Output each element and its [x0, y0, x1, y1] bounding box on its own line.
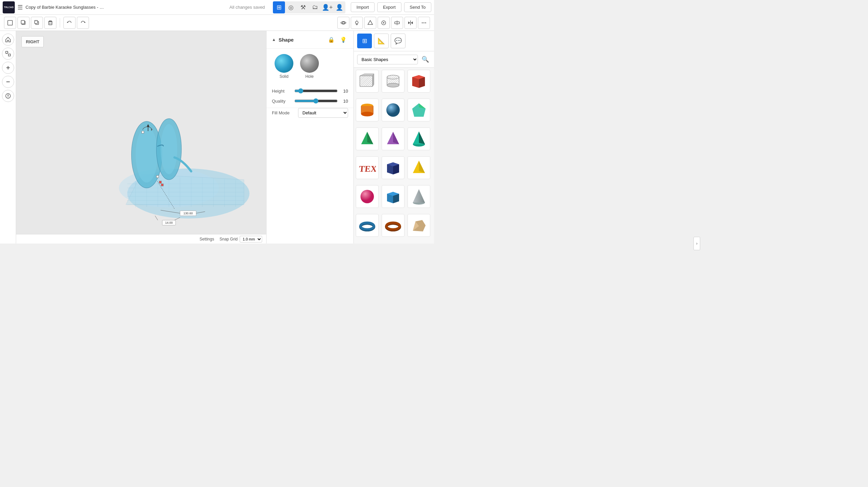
- topbar: TIN,CAD ☰ Copy of Barbie Karaoke Sunglas…: [0, 0, 434, 15]
- svg-marker-21: [411, 22, 413, 24]
- height-slider[interactable]: [294, 88, 338, 94]
- svg-marker-77: [373, 74, 374, 87]
- shape-item-shape-teal[interactable]: [407, 99, 430, 122]
- shape-item-sphere-pink[interactable]: [356, 185, 379, 208]
- svg-rect-58: [142, 131, 144, 133]
- library-search-row: Basic Shapes Featured Community 🔍: [354, 51, 434, 68]
- svg-marker-105: [419, 161, 425, 173]
- shape-item-pyramid-yellow[interactable]: [407, 156, 430, 179]
- measure-tool-btn[interactable]: [378, 17, 390, 29]
- solid-shape-option[interactable]: Solid: [275, 54, 293, 79]
- height-row: Height 10: [272, 88, 348, 94]
- duplicate-button[interactable]: [31, 17, 43, 29]
- svg-marker-14: [368, 21, 373, 25]
- shapes-grid: TEXT: [354, 68, 434, 244]
- shape-item-box-red[interactable]: [407, 70, 430, 93]
- svg-marker-33: [7, 94, 9, 96]
- add-user-btn[interactable]: 👤+: [321, 1, 333, 13]
- build-btn[interactable]: ⚒: [297, 1, 309, 13]
- toolbar-separator-1: [60, 18, 60, 28]
- shape-item-sphere-blue[interactable]: [382, 99, 404, 122]
- shape-item-pyramid-green[interactable]: [356, 127, 379, 150]
- svg-text:14.00: 14.00: [165, 221, 173, 224]
- svg-text:TEXT: TEXT: [359, 164, 376, 174]
- shape-item-cylinder-orange[interactable]: [356, 99, 379, 122]
- shape-item-cone-teal[interactable]: [407, 127, 430, 150]
- svg-point-57: [160, 124, 177, 174]
- orbit-view-btn[interactable]: ◎: [285, 1, 297, 13]
- fill-mode-label: Fill Mode: [272, 110, 296, 116]
- home-btn[interactable]: [2, 34, 14, 45]
- shape-item-cylinder-gray[interactable]: [382, 70, 404, 93]
- profile-btn[interactable]: 👤: [333, 1, 345, 13]
- height-label: Height: [272, 89, 292, 94]
- svg-marker-20: [408, 22, 410, 24]
- shape-panel: ▲ Shape 🔒 💡 Solid Hole Height 10 Quality: [266, 31, 353, 244]
- export-button[interactable]: Export: [377, 2, 401, 12]
- shape-item-box-gray[interactable]: [356, 70, 379, 93]
- fit-view-btn[interactable]: [2, 47, 14, 60]
- copy-button[interactable]: [18, 17, 30, 29]
- svg-point-55: [135, 127, 158, 183]
- library-search-button[interactable]: 🔍: [420, 54, 431, 65]
- library-ruler-btn[interactable]: 📐: [374, 34, 389, 48]
- svg-rect-61: [161, 184, 163, 186]
- library-category-select[interactable]: Basic Shapes Featured Community: [357, 55, 418, 64]
- zoom-in-btn[interactable]: [2, 62, 14, 74]
- svg-marker-10: [85, 22, 86, 23]
- svg-rect-0: [8, 21, 12, 25]
- shape-item-pyramid-purple[interactable]: [382, 127, 404, 150]
- snap-grid-label: Snap Grid: [219, 237, 238, 241]
- app-title: Copy of Barbie Karaoke Sunglasses - …: [26, 5, 227, 10]
- zoom-out-btn[interactable]: [2, 76, 14, 88]
- action-buttons-group: Import Export Send To: [351, 2, 431, 12]
- delete-button[interactable]: [44, 17, 56, 29]
- more-tools-btn[interactable]: [418, 17, 430, 29]
- app-logo: TIN,CAD: [3, 1, 15, 13]
- view-mode-group: ⊞ ◎ ⚒ 🗂 👤+ 👤: [273, 1, 345, 13]
- shape-item-torus-brown[interactable]: [382, 214, 404, 237]
- import-button[interactable]: Import: [351, 2, 375, 12]
- toolbar: [0, 15, 434, 31]
- library-grid-btn[interactable]: ⊞: [357, 34, 372, 48]
- mirror-tool-btn[interactable]: [404, 17, 416, 29]
- shape-panel-collapse[interactable]: ▲: [272, 37, 276, 42]
- align-tool-btn[interactable]: [391, 17, 403, 29]
- settings-button[interactable]: Settings: [200, 237, 214, 241]
- quality-row: Quality 10: [272, 98, 348, 104]
- svg-point-89: [361, 112, 373, 117]
- svg-line-72: [155, 216, 158, 220]
- snap-grid-select[interactable]: 1.0 mm 0.5 mm 2.0 mm: [240, 236, 262, 242]
- shapes-library: ⊞ 📐 💬 Basic Shapes Featured Community 🔍: [353, 31, 434, 244]
- svg-point-12: [355, 21, 358, 24]
- quality-value: 10: [340, 99, 348, 104]
- shape-item-cone-gray[interactable]: [407, 185, 430, 208]
- svg-point-11: [342, 22, 344, 24]
- undo-button[interactable]: [63, 17, 75, 29]
- send-to-button[interactable]: Send To: [404, 2, 431, 12]
- grid-view-btn[interactable]: ⊞: [273, 1, 285, 13]
- shape-item-box-navy[interactable]: [382, 156, 404, 179]
- library-text-btn[interactable]: 💬: [391, 34, 405, 48]
- view-toggle-btn[interactable]: [337, 17, 349, 29]
- shape-item-torus[interactable]: [356, 214, 379, 237]
- document-menu-icon[interactable]: ☰: [18, 4, 23, 11]
- canvas-area[interactable]: RIGHT: [16, 31, 266, 244]
- redo-button[interactable]: [77, 17, 89, 29]
- files-btn[interactable]: 🗂: [309, 1, 321, 13]
- fill-mode-select[interactable]: Default Solid Wireframe: [298, 108, 348, 118]
- hole-shape-option[interactable]: Hole: [300, 54, 319, 79]
- new-button[interactable]: [4, 17, 16, 29]
- svg-point-92: [386, 103, 400, 117]
- light-toggle-btn[interactable]: [351, 17, 363, 29]
- shape-light-btn[interactable]: 💡: [339, 35, 348, 44]
- shape-item-text[interactable]: TEXT: [356, 156, 379, 179]
- hole-circle: [300, 54, 319, 73]
- shape-item-cube-blue[interactable]: [382, 185, 404, 208]
- shape-item-shape-tan[interactable]: [407, 214, 430, 237]
- quality-slider[interactable]: [294, 98, 338, 104]
- shape-lock-btn[interactable]: 🔒: [327, 35, 336, 44]
- compass-btn[interactable]: [2, 90, 14, 102]
- shape-tool-btn[interactable]: [364, 17, 376, 29]
- main-area: RIGHT: [0, 31, 434, 244]
